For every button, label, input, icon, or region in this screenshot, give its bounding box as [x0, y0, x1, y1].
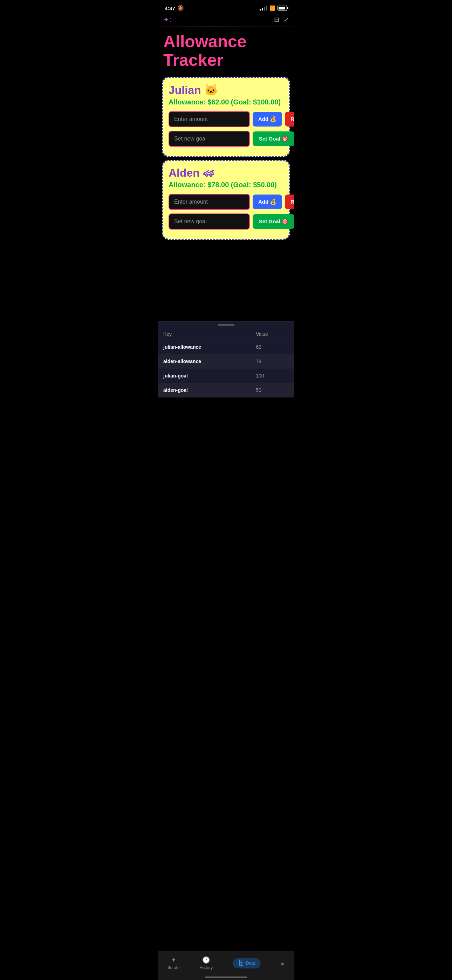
- table-row: alden-allowance 78: [158, 354, 294, 368]
- table-cell-value: 62: [250, 340, 294, 354]
- alden-amount-row: Add 💰 Remove 🚫: [169, 194, 283, 210]
- table-row: julian-allowance 62: [158, 340, 294, 354]
- alden-allowance: Allowance: $78.00 (Goal: $50.00): [169, 181, 283, 189]
- table-cell-value: 78: [250, 354, 294, 368]
- table-cell-key: alden-allowance: [158, 354, 250, 368]
- col-key-header: Key: [158, 328, 250, 340]
- signal-icon: [259, 6, 267, 11]
- expand-icon[interactable]: ⤢: [283, 16, 289, 24]
- julian-allowance: Allowance: $62.00 (Goal: $100.00): [169, 98, 283, 106]
- data-panel: Key Value julian-allowance 62 alden-allo…: [158, 321, 294, 398]
- bell-muted-icon: 🔕: [177, 5, 184, 11]
- keyboard-icon[interactable]: ⊟: [274, 16, 279, 24]
- julian-goal-row: Set Goal 🎯: [169, 131, 283, 147]
- table-cell-key: julian-allowance: [158, 340, 250, 354]
- time-display: 4:37: [165, 5, 175, 11]
- alden-goal-row: Set Goal 🎯: [169, 213, 283, 229]
- alden-set-goal-button[interactable]: Set Goal 🎯: [253, 214, 294, 229]
- julian-emoji: 🐱: [204, 84, 218, 96]
- julian-goal-input[interactable]: [169, 131, 250, 147]
- julian-card: Julian 🐱 Allowance: $62.00 (Goal: $100.0…: [162, 77, 290, 157]
- julian-amount-row: Add 💰 Remove 🚫: [169, 111, 283, 127]
- alden-emoji: 🏎: [203, 167, 214, 179]
- app-title: Allowance Tracker: [158, 27, 294, 74]
- alden-name: Alden 🏎: [169, 167, 283, 180]
- data-table: Key Value julian-allowance 62 alden-allo…: [158, 328, 294, 398]
- wifi-icon: 📶: [269, 5, 275, 11]
- julian-remove-button[interactable]: Remove 🚫: [285, 112, 294, 127]
- alden-add-button[interactable]: Add 💰: [253, 194, 282, 209]
- status-bar: 4:37 🔕 📶: [158, 0, 294, 14]
- top-toolbar: ✦: ⊟ ⤢: [158, 14, 294, 27]
- alden-remove-button[interactable]: Remove 🚫: [285, 194, 294, 209]
- table-cell-value: 50: [250, 383, 294, 397]
- julian-amount-input[interactable]: [169, 111, 250, 127]
- table-cell-key: julian-goal: [158, 368, 250, 383]
- julian-set-goal-button[interactable]: Set Goal 🎯: [253, 131, 294, 146]
- app-logo: ✦:: [163, 16, 171, 24]
- julian-add-button[interactable]: Add 💰: [253, 112, 282, 127]
- battery-icon: [277, 6, 287, 11]
- table-cell-key: alden-goal: [158, 383, 250, 397]
- alden-card: Alden 🏎 Allowance: $78.00 (Goal: $50.00)…: [162, 160, 290, 240]
- table-row: julian-goal 100: [158, 368, 294, 383]
- col-value-header: Value: [250, 328, 294, 340]
- table-row: alden-goal 50: [158, 383, 294, 397]
- julian-name: Julian 🐱: [169, 83, 283, 97]
- alden-amount-input[interactable]: [169, 194, 250, 210]
- drag-handle[interactable]: [218, 324, 234, 326]
- table-cell-value: 100: [250, 368, 294, 383]
- alden-goal-input[interactable]: [169, 213, 250, 229]
